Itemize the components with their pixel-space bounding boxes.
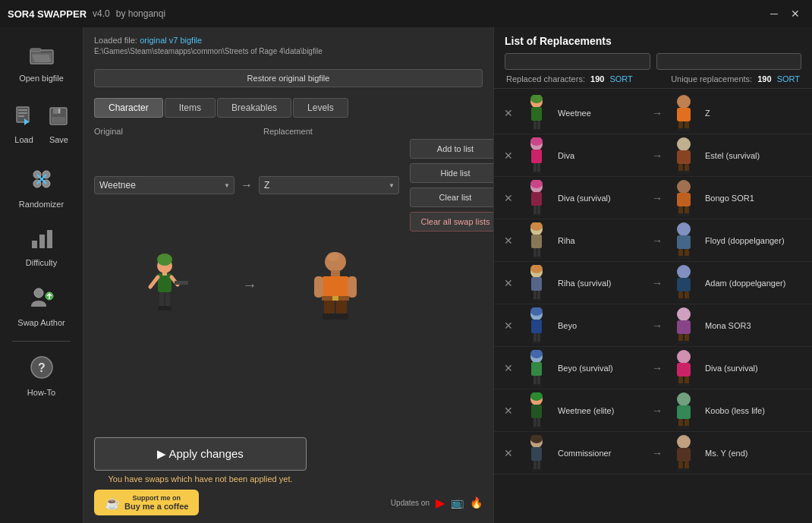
original-char-name: Beyo (survival) <box>558 364 649 373</box>
remove-button[interactable]: ✕ <box>502 276 515 291</box>
svg-rect-39 <box>314 276 323 298</box>
svg-point-78 <box>677 180 691 194</box>
tab-character[interactable]: Character <box>94 98 163 118</box>
svg-rect-105 <box>677 278 691 291</box>
tab-items[interactable]: Items <box>165 98 216 118</box>
table-row: ✕ Beyo → Mona SOR3 <box>494 304 812 347</box>
search-row <box>505 53 801 70</box>
replacement-label: Replacement <box>263 127 404 136</box>
sidebar-divider <box>12 341 70 342</box>
svg-rect-131 <box>677 363 691 376</box>
svg-rect-83 <box>683 213 691 216</box>
replacement-char-name: Bongo SOR1 <box>705 194 796 203</box>
svg-rect-9 <box>58 109 60 113</box>
original-sprite-small <box>518 95 555 131</box>
sidebar-item-how-to[interactable]: ? How-To <box>0 346 83 406</box>
original-select[interactable]: Weetnee Diva Riha Beyo Commissioner <box>94 176 234 194</box>
remove-button[interactable]: ✕ <box>502 106 515 121</box>
bmc-button[interactable]: ☕ Support me on Buy me a coffee <box>94 490 199 515</box>
sidebar-item-save[interactable]: Save <box>43 99 75 150</box>
tab-breakables[interactable]: Breakables <box>217 98 291 118</box>
clear-list-button[interactable]: Clear list <box>410 187 493 207</box>
original-char-name: Commissioner <box>558 449 649 458</box>
search-left-input[interactable] <box>505 53 650 70</box>
svg-point-34 <box>327 252 339 261</box>
restore-button[interactable]: Restore original bigfile <box>94 69 483 87</box>
remove-button[interactable]: ✕ <box>502 191 515 206</box>
side-buttons: Add to list Hide list Clear list Clear a… <box>410 139 493 232</box>
svg-rect-36 <box>322 276 349 299</box>
original-char-name: Weetnee (elite) <box>558 406 649 415</box>
replacement-sprite-small <box>666 265 702 301</box>
replacement-sprite-small <box>666 180 702 216</box>
svg-rect-31 <box>164 306 172 310</box>
svg-text:?: ? <box>38 361 46 374</box>
search-right-input[interactable] <box>656 53 802 70</box>
svg-rect-129 <box>536 384 542 386</box>
original-select-wrapper: Weetnee Diva Riha Beyo Commissioner <box>94 176 234 194</box>
svg-rect-148 <box>683 426 691 429</box>
sidebar-item-open-bigfile[interactable]: Open bigfile <box>0 35 83 92</box>
svg-rect-122 <box>683 341 691 344</box>
remove-button[interactable]: ✕ <box>502 148 515 163</box>
sidebar-item-load[interactable]: Load <box>8 99 40 150</box>
svg-rect-37 <box>324 299 335 316</box>
svg-rect-70 <box>683 171 691 174</box>
arrow-icon: → <box>652 320 663 332</box>
right-panel-title: List of Replacements <box>505 35 801 47</box>
original-char-name: Diva <box>558 151 649 160</box>
svg-rect-116 <box>536 342 542 344</box>
original-char-name: Beyo <box>558 321 649 330</box>
svg-line-25 <box>150 277 158 287</box>
original-label: Original <box>94 127 234 136</box>
svg-rect-135 <box>683 383 691 386</box>
remove-button[interactable]: ✕ <box>502 446 515 461</box>
apply-notice: You have swaps which have not been appli… <box>94 474 307 484</box>
sort-left-button[interactable]: SORT <box>609 74 632 83</box>
replacement-select[interactable]: Z Estel (survival) Bongo SOR1 Floyd (dop… <box>259 176 399 194</box>
sourceforge-icon[interactable]: 🔥 <box>470 496 483 509</box>
twitch-icon[interactable]: 📺 <box>451 496 464 509</box>
replacement-sprite-small <box>666 95 702 131</box>
svg-rect-109 <box>683 298 691 301</box>
sidebar-item-label: How-To <box>27 388 55 397</box>
youtube-icon[interactable]: ▶ <box>436 496 445 510</box>
tab-levels[interactable]: Levels <box>293 98 348 118</box>
svg-point-156 <box>677 435 691 449</box>
replacement-sprite-small <box>666 435 702 471</box>
loaded-file-info: Loaded file: original v7 bigfile E:\Game… <box>94 35 483 55</box>
sidebar-item-swap-author[interactable]: Swap Author <box>0 276 83 336</box>
svg-rect-27 <box>175 281 188 285</box>
remove-button[interactable]: ✕ <box>502 403 515 418</box>
sidebar-item-randomizer[interactable]: Randomizer <box>0 158 83 218</box>
svg-point-130 <box>677 350 691 364</box>
sort-right-button[interactable]: SORT <box>777 74 800 83</box>
apply-changes-button[interactable]: ▶ Apply changes <box>94 437 307 471</box>
svg-rect-57 <box>683 128 691 131</box>
svg-point-104 <box>677 265 691 279</box>
remove-button[interactable]: ✕ <box>502 318 515 333</box>
close-button[interactable]: ✕ <box>786 5 804 23</box>
svg-rect-15 <box>32 241 37 248</box>
add-to-list-button[interactable]: Add to list <box>410 139 493 159</box>
remove-button[interactable]: ✕ <box>502 233 515 248</box>
original-char-name: Riha (survival) <box>558 279 649 288</box>
svg-rect-157 <box>677 448 691 462</box>
arrow-icon: → <box>652 277 663 289</box>
svg-rect-64 <box>536 172 542 174</box>
svg-rect-144 <box>677 405 691 419</box>
remove-button[interactable]: ✕ <box>502 361 515 376</box>
svg-rect-103 <box>536 299 542 301</box>
hide-list-button[interactable]: Hide list <box>410 163 493 183</box>
bar-chart-icon <box>30 227 54 254</box>
svg-rect-53 <box>677 108 691 121</box>
table-row: ✕ Riha → Floyd (doppelganger) <box>494 219 812 262</box>
clear-all-swap-lists-button[interactable]: Clear all swap lists <box>410 212 493 232</box>
svg-rect-66 <box>677 150 691 164</box>
sidebar-item-label: Difficulty <box>26 258 57 267</box>
svg-rect-96 <box>683 256 691 259</box>
svg-rect-3 <box>18 109 27 111</box>
svg-rect-32 <box>162 272 167 276</box>
sidebar-item-difficulty[interactable]: Difficulty <box>0 218 83 276</box>
minimize-button[interactable]: ─ <box>765 5 783 23</box>
